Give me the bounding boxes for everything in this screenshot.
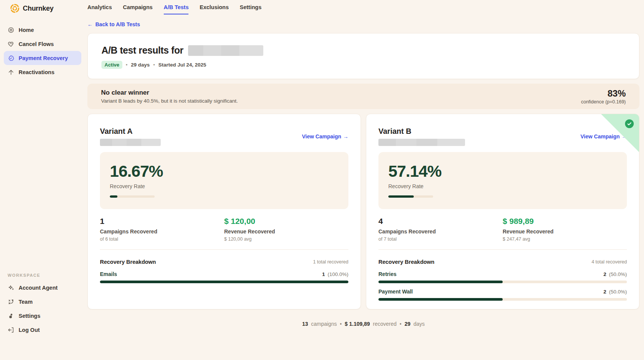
- summary-dot: •: [400, 321, 402, 327]
- variant-b-card: Variant B View Campaign → 57.14% Recover…: [366, 114, 639, 309]
- arrow-right-icon: →: [343, 133, 348, 140]
- summary-campaigns-label: campaigns: [311, 321, 337, 327]
- banner-subtitle: Variant B leads by 40.5%, but it is not …: [101, 98, 238, 104]
- breakdown-row-value: 2: [603, 289, 606, 295]
- breakdown-row-pct: (100.0%): [328, 271, 348, 277]
- campaigns-recovered-label: Campaigns Recovered: [100, 228, 224, 235]
- campaigns-recovered-label: Campaigns Recovered: [378, 228, 503, 235]
- meta-dot: •: [153, 62, 155, 68]
- recovery-rate-label: Recovery Rate: [110, 183, 339, 189]
- recovery-rate-label: Recovery Rate: [388, 183, 617, 189]
- recovery-rate-bar-track: [110, 195, 155, 198]
- sidebar-item-label: Account Agent: [19, 285, 58, 291]
- redacted-test-name-placeholder: [188, 45, 263, 56]
- sidebar-item-team[interactable]: Team: [4, 295, 81, 309]
- breakdown-bar-fill: [378, 298, 503, 301]
- recovery-rate-bar-fill: [110, 195, 117, 198]
- campaigns-recovered-sub: of 6 total: [100, 236, 224, 242]
- breakdown-row-retries: Retries 2 (50.0%): [378, 271, 627, 283]
- variant-cards: Variant A View Campaign → 16.67% Recover…: [87, 114, 639, 309]
- divider: [378, 249, 627, 250]
- page-title: A/B test results for: [101, 45, 184, 56]
- test-header-card: A/B test results for Active • 29 days • …: [87, 33, 639, 79]
- tab-settings[interactable]: Settings: [240, 4, 261, 14]
- brand-logo[interactable]: Churnkey: [10, 3, 54, 13]
- campaigns-recovered-sub: of 7 total: [378, 236, 503, 242]
- sidebar-item-settings[interactable]: Settings: [4, 309, 81, 323]
- winner-ribbon: [601, 114, 639, 152]
- revenue-recovered-sub: $ 247,47 avg: [503, 236, 627, 242]
- revenue-recovered-sub: $ 120,00 avg: [224, 236, 348, 242]
- sidebar-nav: Home Cancel Flows Payment Recovery React…: [4, 23, 81, 79]
- result-banner: No clear winner Variant B leads by 40.5%…: [87, 84, 639, 109]
- sidebar-item-cancel-flows[interactable]: Cancel Flows: [4, 37, 81, 51]
- summary-dot: •: [340, 321, 342, 327]
- breakdown-row-label: Retries: [378, 271, 396, 277]
- breakdown-bar-track: [378, 298, 627, 301]
- campaigns-recovered-value: 1: [100, 217, 224, 226]
- revenue-recovered-label: Revenue Recovered: [503, 228, 627, 235]
- test-duration: 29 days: [131, 62, 150, 68]
- arrow-up-icon: [8, 69, 14, 76]
- sidebar-item-label: Reactivations: [19, 69, 54, 75]
- sidebar-item-reactivations[interactable]: Reactivations: [4, 65, 81, 79]
- campaigns-recovered-value: 4: [378, 217, 503, 226]
- sidebar-item-label: Log Out: [19, 327, 40, 333]
- variant-name: Variant A: [100, 127, 161, 136]
- winner-check-icon: [625, 119, 634, 128]
- breakdown-row-emails: Emails 1 (100.0%): [100, 271, 348, 283]
- tab-analytics[interactable]: Analytics: [87, 4, 112, 14]
- redacted-campaign-name-placeholder: [100, 139, 161, 146]
- view-campaign-link[interactable]: View Campaign →: [302, 133, 348, 140]
- top-navigation: Analytics Campaigns A/B Tests Exclusions…: [87, 0, 639, 14]
- breakdown-title: Recovery Breakdown: [378, 259, 434, 265]
- log-out-icon: [8, 327, 14, 333]
- variant-name: Variant B: [378, 127, 465, 136]
- breakdown-row-payment-wall: Payment Wall 2 (50.0%): [378, 289, 627, 301]
- sidebar-item-payment-recovery[interactable]: Payment Recovery: [4, 51, 81, 65]
- sidebar-item-home[interactable]: Home: [4, 23, 81, 37]
- recovery-rate-value: 16.67%: [110, 162, 339, 181]
- heart-icon: [8, 41, 14, 48]
- summary-days-value: 29: [405, 321, 411, 327]
- banner-title: No clear winner: [101, 89, 238, 97]
- breakdown-bar-track: [378, 281, 627, 283]
- home-icon: [8, 27, 14, 33]
- recovery-rate-box: 16.67% Recovery Rate: [100, 152, 348, 209]
- summary-campaigns-value: 13: [302, 321, 308, 327]
- back-to-ab-tests-link[interactable]: ← Back to A/B Tests: [87, 21, 140, 27]
- revenue-recovered-label: Revenue Recovered: [224, 228, 348, 235]
- brand-name: Churnkey: [23, 5, 54, 13]
- variant-a-card: Variant A View Campaign → 16.67% Recover…: [87, 114, 361, 309]
- breakdown-row-value: 1: [322, 271, 325, 277]
- meta-dot: •: [126, 62, 128, 68]
- tab-campaigns[interactable]: Campaigns: [123, 4, 152, 14]
- sidebar-item-label: Team: [19, 299, 33, 305]
- revenue-recovered-value: $ 120,00: [224, 217, 348, 226]
- test-summary-footer: 13 campaigns • $ 1.109,89 recovered • 29…: [87, 321, 639, 327]
- tab-exclusions[interactable]: Exclusions: [199, 4, 229, 14]
- sidebar-item-log-out[interactable]: Log Out: [4, 323, 81, 337]
- sidebar-item-account-agent[interactable]: Account Agent: [4, 281, 81, 295]
- breakdown-row-label: Emails: [100, 271, 117, 277]
- summary-days-label: days: [413, 321, 425, 327]
- summary-recovered-label: recovered: [373, 321, 397, 327]
- churnkey-logo-icon: [10, 3, 20, 13]
- breakdown-total: 1 total recovered: [313, 259, 348, 265]
- confidence-label: confidence (p=0.169): [581, 99, 626, 105]
- breakdown-row-pct: (50.0%): [609, 289, 627, 295]
- breakdown-bar-fill: [378, 281, 503, 283]
- tab-ab-tests[interactable]: A/B Tests: [164, 4, 189, 14]
- workspace-label: WORKSPACE: [4, 273, 81, 278]
- breakdown-bar-fill: [100, 281, 348, 283]
- summary-recovered-value: $ 1.109,89: [345, 321, 370, 327]
- recovery-rate-bar-fill: [388, 195, 414, 198]
- sidebar: Churnkey Home Cancel Flows Payment Recov…: [0, 0, 87, 360]
- confidence-value: 83%: [581, 88, 626, 99]
- breakdown-title: Recovery Breakdown: [100, 259, 156, 265]
- breakdown-row-pct: (50.0%): [609, 271, 627, 277]
- sparkle-icon: [8, 284, 14, 291]
- breakdown-row-value: 2: [603, 271, 606, 277]
- sidebar-item-label: Home: [19, 27, 34, 33]
- breakdown-row-label: Payment Wall: [378, 289, 413, 295]
